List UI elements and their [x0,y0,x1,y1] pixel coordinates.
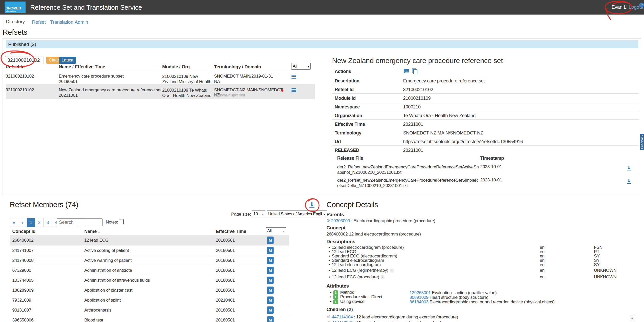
parent-code-link[interactable]: 29303009 [331,218,350,223]
latest-button[interactable]: Latest [59,57,76,64]
members-search-input[interactable] [57,218,103,226]
logo-text: SNOMED [6,6,25,10]
member-time: 20180501 [216,308,235,313]
description-term-text: 12 lead ECG (regime/therapy) [332,268,388,273]
child-code-link[interactable]: 447114004 [332,315,353,319]
child-code-link[interactable]: 447442005 [332,320,353,322]
page-size-label: Page size: [231,212,251,217]
children-label: Children (2) [326,307,353,312]
tab-directory[interactable]: Directory [4,16,27,28]
refset-row-selected[interactable]: 321000210102 New Zealand emergency care … [6,85,315,99]
attribute-code-link[interactable]: 80891009 [409,295,428,300]
tab-refset[interactable]: Refset [32,19,46,25]
member-badge[interactable]: M [267,287,274,294]
concept-details-heading: Concept Details [326,201,378,209]
attribute-row: 1 Method [330,290,354,295]
language-select[interactable]: United States of America English [267,210,327,217]
tab-admin[interactable]: Admin [75,19,88,25]
member-name: Application of splint [84,298,121,303]
detail-value: SNOMEDCT-NZ MAIN/SNOMEDCT-NZ [403,130,483,136]
member-row[interactable]: 241741007 Active cooling of patient 2018… [10,245,289,255]
page-1[interactable]: 1 [27,218,35,227]
tab-translation[interactable]: Translation [50,19,73,25]
member-time: 20180501 [216,258,235,263]
page-size-select[interactable]: 10 [252,210,265,217]
member-row[interactable]: 241740008 Active warming of patient 2018… [10,255,289,265]
release-file-name: der2_Refset_newZealandEmergencyCareProce… [337,178,480,188]
member-name: Blood test [84,318,103,322]
copy-icon[interactable] [412,68,418,76]
member-row[interactable]: 180289009 Application of plaster cast 20… [10,285,289,295]
member-row[interactable]: 67329000 Administration of antidote 2018… [10,265,289,275]
attribute-code-link[interactable]: 86184003 [409,300,428,304]
page-2[interactable]: 2 [35,218,44,227]
page-prev[interactable]: ‹ [18,218,27,227]
detail-row-refset-id: Refset Id 321000210102 [332,85,639,93]
member-badge[interactable]: M [267,257,274,264]
info-icon[interactable]: i [390,269,394,273]
refset-row[interactable]: 321000210102 Emergency care procedure su… [6,71,315,85]
download-icon[interactable] [626,165,631,171]
chevron-down-icon [322,212,325,216]
separator: : [350,218,354,223]
page-3[interactable]: 3 [44,218,52,227]
members-list-icon[interactable] [291,88,296,94]
detail-row-effective-time: Effective Time 20231001 [332,119,639,128]
attribute-row: 1 Using device [330,299,365,304]
sort-asc-icon: ▲ [98,230,100,233]
col-name[interactable]: Name ▲ [84,229,100,234]
child-term: 12 lead electrocardiogram during exercis… [356,315,458,319]
member-row[interactable]: 103744005 Administration of intravenous … [10,275,289,285]
member-row[interactable]: 396550006 Blood test 20180501 M [10,315,289,322]
member-name: Application of plaster cast [84,288,132,293]
members-download-icon[interactable] [309,202,315,209]
member-id: 241741007 [12,248,33,253]
scrollbar-up-arrow[interactable]: ▲ [630,315,634,321]
member-badge[interactable]: M [267,237,274,244]
refset-effective-time: 20190501 [59,79,78,84]
feedback-comment-icon[interactable] [403,68,410,75]
member-id: 268400002 [12,238,33,243]
feedback-tab[interactable]: Feedback [640,134,644,150]
release-file-row: der2_Refset_newZealandEmergencyCareProce… [332,175,639,189]
help-icon[interactable]: ? [639,3,644,7]
member-name: Active cooling of patient [84,248,129,253]
member-id: 180289009 [12,288,33,293]
member-time: 20180501 [216,248,235,253]
page-first[interactable]: « [10,218,18,227]
refset-search-input[interactable] [5,56,43,64]
member-badge[interactable]: M [267,277,274,284]
member-row[interactable]: 90131007 Arthrocentesis 20180501 M [10,305,289,315]
detail-row-terminology: Terminology SNOMEDCT-NZ MAIN/SNOMEDCT-NZ [332,128,639,137]
info-icon[interactable]: i [381,275,384,279]
member-badge[interactable]: M [267,296,274,304]
refset-id: 321000210102 [6,88,34,93]
detail-row-released: RELEASED 20231001 [332,145,639,154]
members-list-icon[interactable] [291,75,296,80]
notes-checkbox[interactable] [119,219,124,224]
expand-chevron-icon[interactable] [327,218,330,223]
actions-row: Actions [332,67,639,76]
col-name-label: Name [84,229,97,234]
child-term: 12 lead electrocardiogram at rest (proce… [357,320,441,322]
col-concept-id: Concept Id [12,229,36,234]
detail-label: Description [335,78,359,84]
release-file-name: der2_Refset_newZealandEmergencyCareProce… [337,164,480,175]
col-module-org: Module / Org. [162,64,191,70]
member-badge[interactable]: M [267,306,274,314]
download-icon[interactable] [626,179,631,185]
attribute-code-link[interactable]: 129265001 [409,290,431,295]
members-filter-value: All [267,229,272,233]
member-row-selected[interactable]: 268400002 12 lead ECG 20180501 M [10,235,289,245]
member-badge[interactable]: M [267,316,274,322]
refset-filter-select[interactable]: All [291,63,311,70]
refset-name: Emergency care procedure subset [59,74,160,79]
members-filter-select[interactable]: All [266,227,286,234]
detail-label: Namespace [335,104,360,110]
refset-url-link[interactable]: https://refset.ihtsdotools.org/#/directo… [403,139,523,144]
member-badge[interactable]: M [267,267,274,274]
detail-value: 20231001 [403,122,423,127]
member-badge[interactable]: M [267,247,274,254]
member-row[interactable]: 79321009 Application of splint 20210401 … [10,295,289,305]
published-header[interactable]: Published (2) [6,40,638,48]
